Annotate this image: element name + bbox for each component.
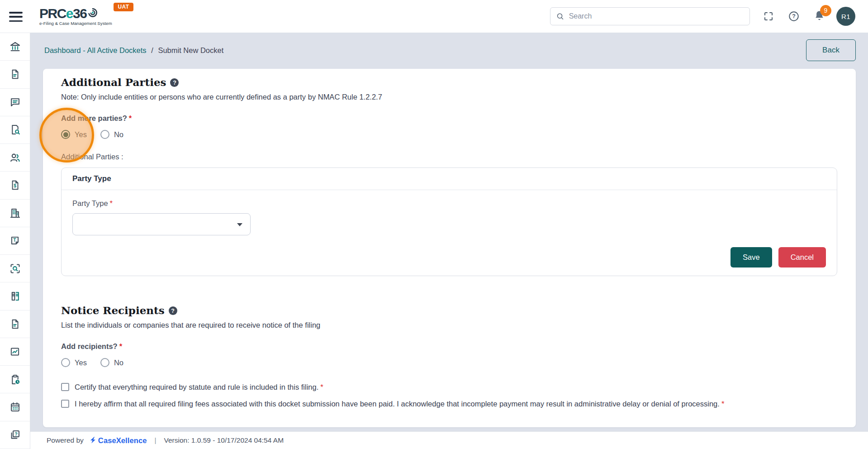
add-more-parties-label: Add more parties?* [61,114,837,123]
calendar-icon [9,401,21,413]
certify-statute-label: Certify that everything required by stat… [75,382,323,392]
radio-no[interactable] [100,358,109,367]
add-more-parties-radio-group: Yes No [61,130,837,139]
svg-text:?: ? [792,13,796,19]
svg-text:?: ? [14,431,18,437]
chevron-down-icon [237,223,242,226]
radio-option-yes[interactable]: Yes [61,358,87,367]
casexellence-mark-icon [90,437,96,444]
sidebar-item-calendar[interactable] [0,393,30,421]
additional-parties-list-label: Additional Parties : [61,153,837,161]
sidebar-item-ledger[interactable] [0,282,30,310]
notifications-bell[interactable]: 9 [813,10,825,24]
app-logo: PRCe36 e-Filing & Case Management System… [39,7,112,26]
help-square-icon: ? [9,429,21,441]
certify-statute-row: Certify that everything required by stat… [61,382,825,392]
sidebar-item-invoices[interactable]: $ [0,172,30,199]
affirm-fees-row: I hereby affirm that all required filing… [61,399,825,409]
users-icon [9,151,21,164]
section-help-icon[interactable]: ? [169,306,177,315]
sidebar-item-documents[interactable] [0,61,30,88]
sidebar-item-institution[interactable] [0,33,30,61]
sidebar-item-tasks[interactable] [0,366,30,393]
sidebar-item-help[interactable]: ? [0,421,30,449]
brand-tagline: e-Filing & Case Management System [39,21,112,26]
casexellence-logo: CaseXellence [90,436,147,445]
radio-option-no[interactable]: No [100,130,123,139]
sidebar-item-messages[interactable] [0,89,30,116]
cancel-button[interactable]: Cancel [778,247,826,267]
section-title-notice-recipients: Notice Recipients ? [61,304,837,316]
scan-search-icon [9,263,21,275]
radio-yes[interactable] [61,358,70,367]
document-search-icon [9,124,21,136]
invoice-icon: $ [9,179,21,191]
chart-icon [9,346,21,358]
clipboard-clock-icon [9,373,21,386]
brand-spiral-icon [87,7,99,19]
sidebar-item-organizations[interactable] [0,200,30,227]
environment-badge: UAT [114,3,133,11]
version-text: Version: 1.0.59 - 10/17/2024 04:54 AM [164,436,284,444]
ledger-icon [9,290,21,302]
footer: Powered by CaseXellence | Version: 1.0.5… [30,431,868,449]
help-icon[interactable]: ? [787,10,801,23]
brand-wordmark: PRCe36 [39,7,86,20]
message-icon [9,96,21,108]
radio-no[interactable] [100,130,109,139]
search-input[interactable] [569,12,744,20]
search-icon [556,12,564,21]
svg-text:$: $ [14,184,16,189]
document-icon [9,68,21,80]
add-recipients-radio-group: Yes No [61,358,837,367]
svg-text:T: T [13,238,16,243]
breadcrumb-link-dashboard[interactable]: Dashboard - All Active Dockets [44,46,147,54]
affirm-fees-checkbox[interactable] [61,400,69,408]
affirm-fees-label: I hereby affirm that all required filing… [75,399,724,409]
global-search [550,7,750,25]
additional-parties-note: Note: Only include entities or persons w… [61,93,837,101]
user-avatar[interactable]: R1 [836,7,855,26]
sidebar-item-case-search[interactable] [0,255,30,282]
sidebar-item-document-search[interactable] [0,116,30,144]
breadcrumb: Dashboard - All Active Dockets / Submit … [44,46,223,55]
institution-icon [9,41,21,53]
sidebar-nav: $ T ? [0,33,30,449]
party-type-select[interactable] [72,213,251,235]
breadcrumb-bar: Dashboard - All Active Dockets / Submit … [30,33,868,68]
text-file-icon: T [9,235,21,247]
sidebar-item-templates[interactable]: T [0,227,30,255]
back-button[interactable]: Back [806,39,856,61]
form-card: Additional Parties ? Note: Only include … [43,69,856,427]
sidebar-item-filings[interactable] [0,310,30,338]
party-type-panel-header: Party Type [62,168,837,190]
breadcrumb-current: Submit New Docket [158,46,223,54]
notification-count-badge: 9 [820,5,831,16]
breadcrumb-separator: / [151,46,153,54]
radio-option-no[interactable]: No [100,358,123,367]
top-header: PRCe36 e-Filing & Case Management System… [0,0,868,33]
sidebar-item-reports[interactable] [0,338,30,366]
party-type-panel: Party Type Party Type* Save Cancel [61,167,837,276]
radio-option-yes[interactable]: Yes [61,130,87,139]
powered-by-text: Powered by [47,436,84,444]
section-title-additional-parties: Additional Parties ? [61,76,837,88]
fullscreen-icon[interactable] [762,10,775,23]
building-icon [9,207,21,219]
save-button[interactable]: Save [730,247,772,267]
document-icon [9,318,21,330]
certify-statute-checkbox[interactable] [61,383,69,391]
sidebar-item-parties[interactable] [0,144,30,172]
notice-recipients-description: List the individuals or companies that a… [61,321,837,330]
section-help-icon[interactable]: ? [170,78,179,87]
radio-yes[interactable] [61,130,70,139]
add-recipients-label: Add recipients?* [61,342,837,351]
party-type-field-label: Party Type* [72,199,826,208]
menu-toggle-icon[interactable] [9,12,23,22]
